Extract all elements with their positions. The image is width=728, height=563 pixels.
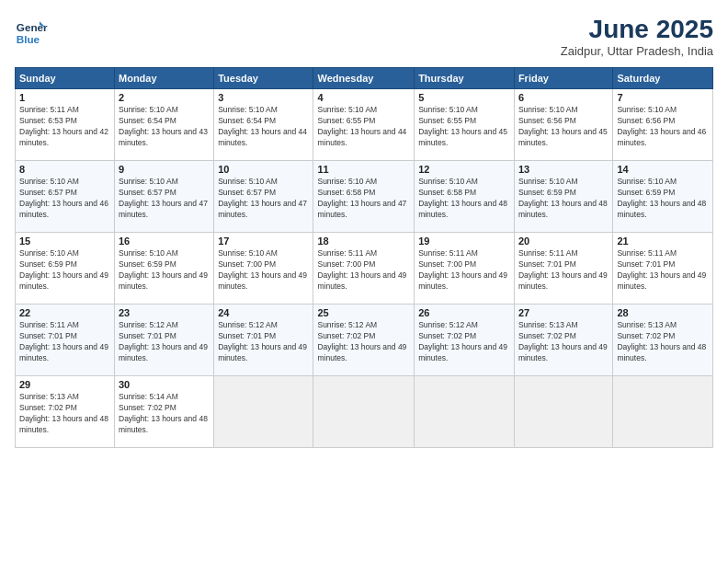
day-number: 24: [218, 307, 309, 318]
day-info: Sunrise: 5:10 AMSunset: 6:59 PMDaylight:…: [19, 248, 110, 293]
calendar-cell: 5Sunrise: 5:10 AMSunset: 6:55 PMDaylight…: [415, 89, 515, 161]
day-number: 1: [19, 92, 110, 103]
calendar-week-1: 1Sunrise: 5:11 AMSunset: 6:53 PMDaylight…: [16, 89, 713, 161]
calendar-cell: [514, 376, 612, 448]
calendar-cell: [613, 376, 713, 448]
day-number: 18: [317, 236, 410, 247]
calendar-week-2: 8Sunrise: 5:10 AMSunset: 6:57 PMDaylight…: [16, 161, 713, 233]
day-info: Sunrise: 5:10 AMSunset: 6:55 PMDaylight:…: [317, 105, 410, 149]
header-friday: Friday: [514, 68, 612, 89]
calendar-cell: 4Sunrise: 5:10 AMSunset: 6:55 PMDaylight…: [313, 89, 415, 161]
day-info: Sunrise: 5:13 AMSunset: 7:02 PMDaylight:…: [518, 320, 609, 364]
header-sunday: Sunday: [16, 68, 115, 89]
day-number: 23: [119, 307, 210, 318]
day-info: Sunrise: 5:14 AMSunset: 7:02 PMDaylight:…: [119, 392, 210, 436]
day-number: 22: [19, 307, 110, 318]
day-info: Sunrise: 5:10 AMSunset: 6:56 PMDaylight:…: [617, 105, 709, 149]
calendar-cell: 28Sunrise: 5:13 AMSunset: 7:02 PMDayligh…: [613, 304, 713, 376]
calendar-cell: 27Sunrise: 5:13 AMSunset: 7:02 PMDayligh…: [514, 304, 612, 376]
calendar-cell: [415, 376, 515, 448]
day-number: 3: [218, 92, 309, 103]
calendar-cell: 2Sunrise: 5:10 AMSunset: 6:54 PMDaylight…: [115, 89, 214, 161]
day-info: Sunrise: 5:11 AMSunset: 6:53 PMDaylight:…: [19, 105, 110, 149]
day-number: 29: [19, 379, 110, 390]
calendar-table: Sunday Monday Tuesday Wednesday Thursday…: [15, 67, 713, 448]
header-wednesday: Wednesday: [313, 68, 415, 89]
weekday-header-row: Sunday Monday Tuesday Wednesday Thursday…: [16, 68, 713, 89]
day-number: 17: [218, 236, 309, 247]
day-number: 19: [418, 236, 510, 247]
day-info: Sunrise: 5:13 AMSunset: 7:02 PMDaylight:…: [19, 392, 110, 436]
calendar-cell: 25Sunrise: 5:12 AMSunset: 7:02 PMDayligh…: [313, 304, 415, 376]
day-info: Sunrise: 5:12 AMSunset: 7:02 PMDaylight:…: [317, 320, 410, 364]
day-number: 28: [617, 307, 709, 318]
day-number: 4: [317, 92, 410, 103]
day-info: Sunrise: 5:11 AMSunset: 7:00 PMDaylight:…: [317, 248, 410, 293]
day-number: 6: [518, 92, 609, 103]
calendar-cell: 10Sunrise: 5:10 AMSunset: 6:57 PMDayligh…: [214, 161, 313, 233]
day-info: Sunrise: 5:10 AMSunset: 6:59 PMDaylight:…: [119, 248, 210, 293]
day-info: Sunrise: 5:10 AMSunset: 6:54 PMDaylight:…: [218, 105, 309, 149]
calendar-cell: 8Sunrise: 5:10 AMSunset: 6:57 PMDaylight…: [16, 161, 115, 233]
day-info: Sunrise: 5:12 AMSunset: 7:02 PMDaylight:…: [418, 320, 510, 364]
day-number: 21: [617, 236, 709, 247]
day-number: 30: [119, 379, 210, 390]
day-info: Sunrise: 5:10 AMSunset: 6:59 PMDaylight:…: [617, 177, 709, 221]
day-info: Sunrise: 5:10 AMSunset: 6:58 PMDaylight:…: [317, 177, 410, 221]
calendar-cell: 12Sunrise: 5:10 AMSunset: 6:58 PMDayligh…: [415, 161, 515, 233]
day-info: Sunrise: 5:13 AMSunset: 7:02 PMDaylight:…: [617, 320, 709, 364]
day-number: 26: [418, 307, 510, 318]
header-saturday: Saturday: [613, 68, 713, 89]
day-info: Sunrise: 5:10 AMSunset: 6:54 PMDaylight:…: [119, 105, 210, 149]
header-thursday: Thursday: [415, 68, 515, 89]
day-number: 13: [518, 164, 609, 175]
calendar-week-5: 29Sunrise: 5:13 AMSunset: 7:02 PMDayligh…: [16, 376, 713, 448]
calendar-cell: 21Sunrise: 5:11 AMSunset: 7:01 PMDayligh…: [613, 233, 713, 304]
day-info: Sunrise: 5:10 AMSunset: 6:57 PMDaylight:…: [19, 177, 110, 221]
calendar-cell: 18Sunrise: 5:11 AMSunset: 7:00 PMDayligh…: [313, 233, 415, 304]
calendar-cell: 6Sunrise: 5:10 AMSunset: 6:56 PMDaylight…: [514, 89, 612, 161]
calendar-cell: 11Sunrise: 5:10 AMSunset: 6:58 PMDayligh…: [313, 161, 415, 233]
calendar-cell: [313, 376, 415, 448]
calendar-week-3: 15Sunrise: 5:10 AMSunset: 6:59 PMDayligh…: [16, 233, 713, 304]
day-number: 10: [218, 164, 309, 175]
calendar-cell: 17Sunrise: 5:10 AMSunset: 7:00 PMDayligh…: [214, 233, 313, 304]
day-info: Sunrise: 5:10 AMSunset: 6:58 PMDaylight:…: [418, 177, 510, 221]
calendar-cell: 16Sunrise: 5:10 AMSunset: 6:59 PMDayligh…: [115, 233, 214, 304]
month-title: June 2025: [561, 15, 713, 44]
calendar-cell: 15Sunrise: 5:10 AMSunset: 6:59 PMDayligh…: [16, 233, 115, 304]
calendar-cell: 22Sunrise: 5:11 AMSunset: 7:01 PMDayligh…: [16, 304, 115, 376]
logo-icon: General Blue: [15, 15, 48, 48]
calendar-cell: 19Sunrise: 5:11 AMSunset: 7:00 PMDayligh…: [415, 233, 515, 304]
day-number: 8: [19, 164, 110, 175]
day-info: Sunrise: 5:11 AMSunset: 7:00 PMDaylight:…: [418, 248, 510, 293]
calendar-cell: [214, 376, 313, 448]
calendar-cell: 30Sunrise: 5:14 AMSunset: 7:02 PMDayligh…: [115, 376, 214, 448]
location: Zaidpur, Uttar Pradesh, India: [561, 44, 713, 58]
calendar-cell: 24Sunrise: 5:12 AMSunset: 7:01 PMDayligh…: [214, 304, 313, 376]
header: General Blue June 2025 Zaidpur, Uttar Pr…: [15, 15, 713, 58]
day-number: 7: [617, 92, 709, 103]
day-info: Sunrise: 5:10 AMSunset: 6:55 PMDaylight:…: [418, 105, 510, 149]
day-info: Sunrise: 5:11 AMSunset: 7:01 PMDaylight:…: [518, 248, 609, 293]
day-number: 27: [518, 307, 609, 318]
calendar-cell: 29Sunrise: 5:13 AMSunset: 7:02 PMDayligh…: [16, 376, 115, 448]
day-number: 12: [418, 164, 510, 175]
day-number: 11: [317, 164, 410, 175]
calendar-cell: 3Sunrise: 5:10 AMSunset: 6:54 PMDaylight…: [214, 89, 313, 161]
day-info: Sunrise: 5:10 AMSunset: 6:59 PMDaylight:…: [518, 177, 609, 221]
title-block: June 2025 Zaidpur, Uttar Pradesh, India: [561, 15, 713, 58]
calendar-cell: 23Sunrise: 5:12 AMSunset: 7:01 PMDayligh…: [115, 304, 214, 376]
day-info: Sunrise: 5:12 AMSunset: 7:01 PMDaylight:…: [119, 320, 210, 364]
logo: General Blue: [15, 15, 48, 48]
day-number: 25: [317, 307, 410, 318]
day-number: 20: [518, 236, 609, 247]
day-number: 5: [418, 92, 510, 103]
day-info: Sunrise: 5:10 AMSunset: 6:56 PMDaylight:…: [518, 105, 609, 149]
day-info: Sunrise: 5:10 AMSunset: 7:00 PMDaylight:…: [218, 248, 309, 293]
calendar-week-4: 22Sunrise: 5:11 AMSunset: 7:01 PMDayligh…: [16, 304, 713, 376]
page: General Blue June 2025 Zaidpur, Uttar Pr…: [0, 0, 728, 563]
day-info: Sunrise: 5:11 AMSunset: 7:01 PMDaylight:…: [19, 320, 110, 364]
calendar-cell: 9Sunrise: 5:10 AMSunset: 6:57 PMDaylight…: [115, 161, 214, 233]
day-info: Sunrise: 5:11 AMSunset: 7:01 PMDaylight:…: [617, 248, 709, 293]
